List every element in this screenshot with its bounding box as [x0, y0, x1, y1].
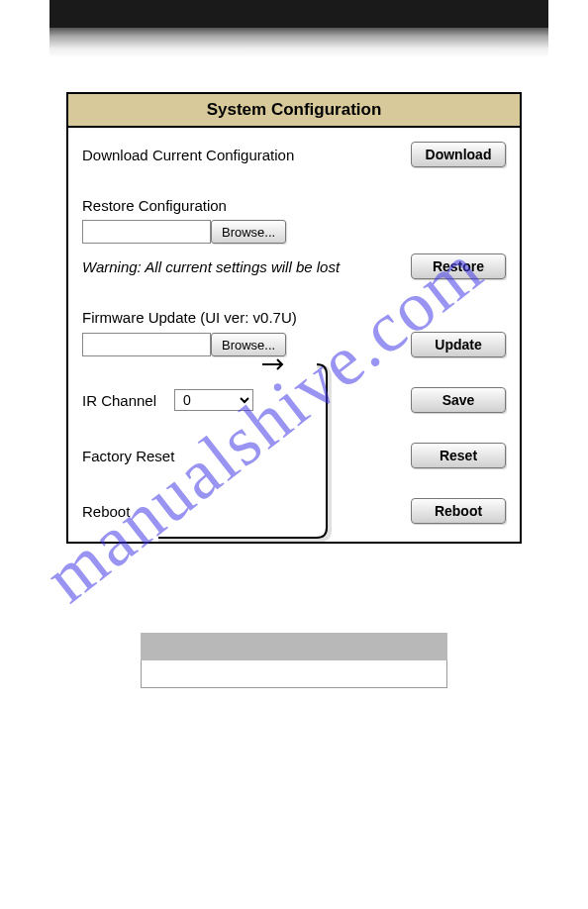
ir-row: IR Channel 0 Save	[82, 387, 506, 413]
bottom-box	[141, 633, 447, 688]
restore-file-input[interactable]	[82, 220, 211, 244]
reboot-label: Reboot	[82, 503, 407, 520]
restore-warning: Warning: All current settings will be lo…	[82, 258, 407, 275]
restore-button[interactable]: Restore	[411, 253, 506, 279]
factory-row: Factory Reset Reset	[82, 443, 506, 468]
system-config-panel: System Configuration Download Current Co…	[66, 92, 522, 544]
bottom-box-body	[141, 660, 447, 688]
top-bar	[49, 0, 548, 28]
download-button[interactable]: Download	[411, 142, 506, 167]
factory-label: Factory Reset	[82, 448, 407, 464]
firmware-row: Browse... Update	[82, 332, 506, 357]
panel-title: System Configuration	[68, 94, 520, 128]
restore-label: Restore Configuration	[82, 197, 506, 214]
download-label: Download Current Configuration	[82, 147, 407, 163]
reset-button[interactable]: Reset	[411, 443, 506, 468]
restore-file-row: Browse...	[82, 220, 506, 244]
firmware-browse-button[interactable]: Browse...	[211, 333, 286, 356]
restore-warning-row: Warning: All current settings will be lo…	[82, 253, 506, 279]
firmware-file-input[interactable]	[82, 333, 211, 356]
save-button[interactable]: Save	[411, 387, 506, 413]
download-row: Download Current Configuration Download	[82, 142, 506, 167]
restore-browse-button[interactable]: Browse...	[211, 220, 286, 244]
firmware-label: Firmware Update (UI ver: v0.7U)	[82, 309, 506, 326]
bottom-box-header	[141, 633, 447, 660]
reboot-row: Reboot Reboot	[82, 498, 506, 524]
update-button[interactable]: Update	[411, 332, 506, 357]
panel-body: Download Current Configuration Download …	[68, 128, 520, 542]
reboot-button[interactable]: Reboot	[411, 498, 506, 524]
top-gradient	[49, 28, 548, 57]
ir-channel-select[interactable]: 0	[174, 389, 253, 411]
ir-label: IR Channel	[82, 392, 156, 409]
